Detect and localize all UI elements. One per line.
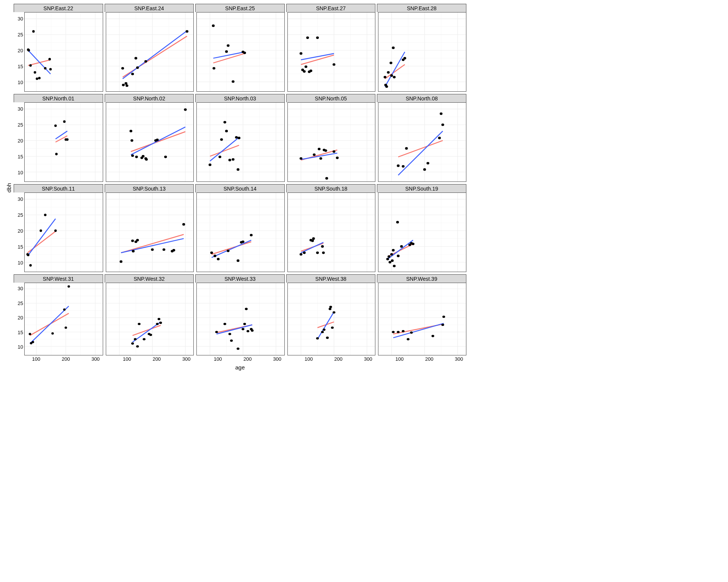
svg-line-264 [28,219,56,256]
panel-plot [106,283,194,355]
facet-panel: SNP.East.24 [105,4,194,92]
svg-point-222 [325,177,328,180]
svg-line-160 [131,132,185,152]
svg-point-142 [55,153,58,155]
facet-panel: SNP.East.221015202530 [14,4,103,92]
facet-panel: SNP.South.14 [195,184,285,273]
panel-plot [106,12,194,92]
facet-strip: SNP.West.31 [14,274,103,283]
x-ticks [206,92,285,92]
svg-point-245 [427,162,429,164]
facet-panel: SNP.North.011015202530 [14,94,103,183]
facet-strip: SNP.East.22 [14,4,103,12]
panel-plot [378,12,466,92]
svg-point-471 [329,306,332,308]
svg-point-449 [251,329,254,332]
svg-point-117 [385,85,388,88]
svg-point-416 [138,323,140,325]
x-ticks: 100200300 [388,355,466,363]
svg-point-445 [243,323,246,325]
x-ticks [24,92,103,92]
svg-point-491 [397,331,400,333]
panel-plot [24,102,103,182]
svg-point-315 [217,258,220,260]
x-ticks: 100200300 [297,355,376,363]
y-ticks: 1015202530 [14,283,24,355]
svg-point-361 [386,258,389,260]
svg-point-22 [38,77,41,80]
svg-point-291 [136,239,139,241]
svg-point-364 [391,253,393,256]
svg-point-68 [213,67,215,70]
x-ticks [388,182,466,183]
svg-point-18 [29,64,32,67]
svg-point-492 [402,330,405,332]
svg-point-141 [54,124,57,127]
facet-panel: SNP.South.18 [286,184,376,273]
svg-line-240 [399,131,443,175]
svg-point-122 [393,76,395,78]
svg-point-288 [131,239,134,242]
svg-point-143 [63,120,66,123]
svg-point-367 [393,265,395,268]
x-ticks [297,272,376,273]
svg-point-199 [238,137,240,139]
facet-panel: SNP.North.02 [105,94,194,183]
facet-panel: SNP.North.03 [195,94,285,183]
svg-point-316 [227,250,229,252]
svg-point-497 [442,316,445,318]
svg-point-19 [32,30,35,33]
x-ticks: 100200300 [115,355,194,363]
svg-point-340 [311,239,314,242]
svg-point-396 [67,285,70,288]
svg-point-342 [316,252,318,254]
svg-point-94 [306,36,309,39]
panel-plot [196,283,285,355]
svg-point-314 [213,255,216,257]
svg-point-392 [31,341,34,343]
svg-point-17 [28,49,30,52]
facet-strip: SNP.North.02 [105,94,194,102]
svg-point-344 [322,252,325,254]
svg-point-46 [131,73,134,75]
svg-point-45 [126,84,128,87]
x-ticks [388,272,466,273]
svg-point-223 [333,150,335,153]
panel-plot [106,102,194,182]
plot-region: SNP.East.221015202530SNP.East.24SNP.East… [14,4,466,372]
svg-line-188 [210,145,239,156]
svg-point-268 [39,230,42,232]
svg-point-164 [131,154,134,157]
svg-point-269 [44,214,47,216]
svg-point-370 [400,245,403,248]
svg-point-197 [235,136,238,139]
svg-point-145 [66,138,69,141]
facet-strip: SNP.East.25 [195,4,285,12]
svg-point-468 [323,329,325,331]
svg-point-242 [402,165,405,168]
svg-point-270 [54,230,57,232]
svg-point-341 [312,237,315,240]
svg-point-124 [403,57,406,59]
svg-point-443 [237,347,239,350]
svg-point-439 [215,331,218,333]
svg-point-195 [229,159,231,161]
facet-strip: SNP.North.01 [14,94,103,102]
svg-line-311 [212,242,251,254]
svg-point-473 [333,311,335,313]
svg-point-393 [51,332,54,335]
facet-strip: SNP.South.19 [377,184,466,192]
svg-point-496 [441,324,444,326]
svg-line-489 [394,323,444,338]
facet-figure: dbh SNP.East.221015202530SNP.East.24SNP.… [0,0,470,376]
svg-point-48 [136,66,139,69]
svg-point-24 [49,58,51,61]
svg-point-266 [27,254,30,257]
svg-line-411 [132,325,160,336]
facet-panel: SNP.East.25 [195,4,285,92]
svg-point-121 [392,47,395,49]
svg-point-313 [210,252,213,254]
svg-point-73 [243,52,246,54]
facet-strip: SNP.North.03 [195,94,285,102]
facet-strip: SNP.East.27 [286,4,376,12]
